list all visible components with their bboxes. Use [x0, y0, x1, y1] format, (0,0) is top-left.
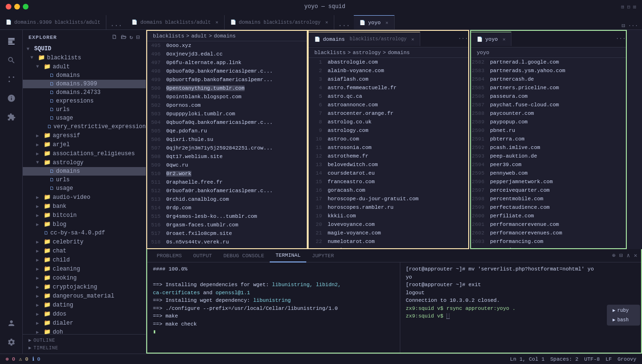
chevron-right-icon: ▶	[28, 345, 32, 351]
status-info[interactable]: ℹ 0	[32, 356, 40, 362]
tab-3-close[interactable]: ✕	[325, 19, 328, 25]
sidebar-item-dialer[interactable]: ▶ 📁 dialer	[23, 318, 146, 327]
tab-4[interactable]: 📄 yoyo ✕	[354, 15, 394, 29]
sidebar-item-cc[interactable]: 🗋 cc-by-sa-4.0.pdf	[23, 229, 146, 237]
sidebar-item-cleaning[interactable]: ▶ 📁 cleaning	[23, 264, 146, 273]
shell-tab-ruby[interactable]: ▶ ruby	[609, 307, 638, 314]
sidebar-item-domains[interactable]: 🗋 domains	[23, 71, 146, 80]
tab-terminal[interactable]: TERMINAL	[270, 249, 306, 262]
chevron-up-icon[interactable]: ∧	[627, 252, 630, 259]
line-number: 16	[309, 187, 328, 193]
sidebar-item-usage[interactable]: 🗋 usage	[23, 114, 146, 122]
activity-icon-search[interactable]	[4, 53, 19, 68]
activity-icon-account[interactable]	[4, 316, 19, 331]
more-actions-icon[interactable]: ···	[628, 23, 638, 29]
sidebar-item-blacklists[interactable]: ▼ 📁 blacklists	[23, 53, 146, 62]
sidebar-item-bitcoin[interactable]: ▶ 📁 bitcoin	[23, 211, 146, 220]
sidebar-outline[interactable]: ▶ OUTLINE	[23, 336, 146, 344]
tab-dots-2[interactable]: ···	[334, 22, 354, 29]
svg-point-2	[9, 81, 10, 82]
panel-more-icon[interactable]: ···	[458, 36, 468, 42]
sidebar-item-dangerous[interactable]: ▶ 📁 dangerous_material	[23, 291, 146, 300]
sidebar-timeline[interactable]: ▶ TIMELINE	[23, 344, 146, 352]
collapse-icon[interactable]: ⊟	[136, 34, 140, 41]
line-content: perceivequarter.com	[490, 187, 549, 193]
yoyo-tab-close[interactable]: ✕	[502, 37, 505, 42]
tab-1[interactable]: 📄 domains.9309 blacklists/adult	[0, 15, 106, 29]
folder-icon: 📁	[44, 221, 51, 228]
sidebar-item-bank[interactable]: ▶ 📁 bank	[23, 202, 146, 211]
activity-icon-debug[interactable]	[4, 91, 19, 106]
chevron-right-icon: ▶	[36, 293, 42, 299]
sidebar-item-domains24733[interactable]: 🗋 domains.24733	[23, 88, 146, 97]
sidebar-item-dating[interactable]: ▶ 📁 dating	[23, 300, 146, 309]
sidebar-item-celebrity[interactable]: ▶ 📁 celebrity	[23, 237, 146, 246]
sidebar-item-expressions[interactable]: 🗋 expressions	[23, 97, 146, 105]
close-dot[interactable]	[6, 4, 11, 9]
sidebar-item-doh[interactable]: ▶ 📁 doh	[23, 327, 146, 334]
sidebar-item-domains9309[interactable]: 🗋 domains.9309	[23, 80, 146, 88]
terminal-left-pane[interactable]: #### 100.0% ==> Installing dependencies …	[147, 262, 400, 353]
sidebar-item-astrology[interactable]: ▼ 📁 astrology	[23, 158, 146, 167]
table-row: 2583partnerads.ysm.yahoo.com	[471, 66, 626, 75]
maximize-dot[interactable]	[23, 4, 28, 9]
line-content: astroo.com	[328, 136, 359, 142]
tab-jupyter[interactable]: JUPYTER	[306, 249, 340, 262]
shell-tab-bash[interactable]: ▶ bash	[609, 316, 638, 324]
expressions-label: expressions	[56, 98, 94, 104]
tab-dots-1[interactable]: ···	[106, 22, 126, 29]
sidebar-item-blog[interactable]: ▶ 📁 blog	[23, 220, 146, 229]
tab-3[interactable]: 📄 domains blacklists/astrology ✕	[225, 15, 334, 29]
new-folder-icon[interactable]: 🗁	[121, 34, 127, 41]
sidebar-item-adult[interactable]: ▼ 📁 adult	[23, 62, 146, 71]
sidebar-item-urls[interactable]: 🗋 urls	[23, 105, 146, 114]
status-warnings[interactable]: ⚠ 0	[19, 356, 28, 362]
bc-sep1: >	[348, 50, 351, 56]
line-number: 512	[147, 188, 166, 194]
sidebar-root-item[interactable]: ▼ SQUID	[23, 45, 146, 53]
panel-more-icon[interactable]: ···	[615, 36, 626, 42]
activity-icon-extensions[interactable]	[4, 110, 19, 125]
sidebar-item-ddos[interactable]: ▶ 📁 ddos	[23, 309, 146, 318]
sidebar-item-cooking[interactable]: ▶ 📁 cooking	[23, 273, 146, 282]
sidebar-item-astrology-urls[interactable]: 🗋 urls	[23, 176, 146, 184]
statusbar: ⊗ 0 ⚠ 0 ℹ 0 Ln 1, Col 1 Spaces: 2 UTF-8 …	[0, 354, 642, 364]
terminal-right-content[interactable]: [root@approuter ~]# mv 'serverlist.php?h…	[400, 262, 642, 353]
term-cursor[interactable]: ▮	[153, 328, 394, 336]
sidebar-item-assoc[interactable]: ▶ 📁 associations_religieuses	[23, 149, 146, 158]
activity-icon-source-control[interactable]	[4, 72, 19, 87]
new-terminal-icon[interactable]: ⊕	[612, 252, 615, 259]
sidebar-item-audio-video[interactable]: ▶ 📁 audio-video	[23, 193, 146, 202]
tab-3-path: blacklists/astrology	[264, 20, 321, 25]
tab-2-close[interactable]: ✕	[216, 19, 218, 25]
status-ln-col: Ln 1, Col 1	[510, 356, 545, 362]
sidebar-item-agressif[interactable]: ▶ 📁 agressif	[23, 131, 146, 140]
activity-icon-settings[interactable]	[4, 335, 19, 350]
sidebar-item-arjel[interactable]: ▶ 📁 arjel	[23, 140, 146, 149]
close-panel-icon[interactable]: ✕	[634, 252, 637, 259]
sidebar-item-child[interactable]: ▶ 📁 child	[23, 255, 146, 264]
astrology-tab-close[interactable]: ✕	[411, 37, 414, 42]
yoyo-tab[interactable]: 📄 yoyo ✕	[471, 32, 511, 46]
sidebar-item-cryptojacking[interactable]: ▶ 📁 cryptojacking	[23, 282, 146, 291]
sidebar-item-vre[interactable]: 🗋 very_restrictive_expression	[23, 122, 146, 131]
tab-output[interactable]: OUTPUT	[188, 249, 218, 262]
activity-icon-explorer[interactable]	[4, 34, 19, 49]
tab-2[interactable]: 📄 domains blacklists/adult ✕	[126, 15, 224, 29]
status-left: ⊗ 0 ⚠ 0 ℹ 0	[6, 356, 40, 362]
minimize-dot[interactable]	[14, 4, 20, 9]
status-language[interactable]: Groovy	[617, 356, 636, 362]
tab-problems[interactable]: PROBLEMS	[151, 249, 188, 262]
split-editor-icon[interactable]: ⊟	[622, 22, 625, 29]
tab-4-close[interactable]: ✕	[386, 20, 388, 26]
sidebar-item-astrology-usage[interactable]: 🗋 usage	[23, 184, 146, 193]
astrology-tab[interactable]: 📄 domains blacklists/astrology ✕	[309, 32, 420, 46]
table-row: 23oroskopos.gr	[309, 246, 468, 248]
tab-debug[interactable]: DEBUG CONSOLE	[217, 249, 270, 262]
new-file-icon[interactable]: 🗋	[112, 34, 118, 41]
sidebar-item-chat[interactable]: ▶ 📁 chat	[23, 246, 146, 255]
sidebar-item-astrology-domains[interactable]: 🗋 domains	[23, 167, 146, 176]
status-errors[interactable]: ⊗ 0	[6, 356, 15, 362]
split-terminal-icon[interactable]: ⊟	[619, 252, 623, 259]
refresh-icon[interactable]: ↻	[130, 34, 133, 41]
